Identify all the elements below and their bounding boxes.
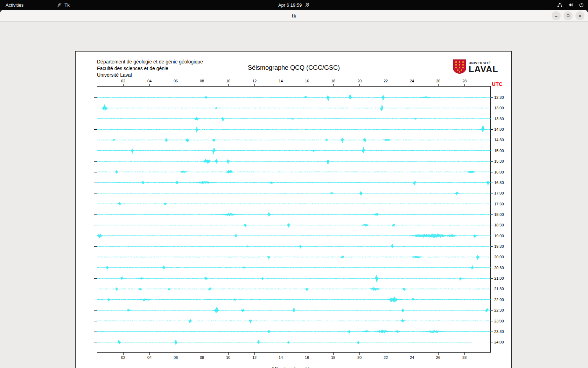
trace-tick-right	[491, 140, 493, 140]
x-tick-top	[333, 84, 334, 86]
x-tick-label-top: 10	[223, 79, 233, 83]
utc-time-label: 22:30	[494, 308, 504, 312]
close-button[interactable]	[575, 11, 584, 20]
utc-time-label: 20:00	[494, 255, 504, 259]
activities-label: Activities	[6, 2, 23, 8]
x-tick-bottom	[386, 353, 386, 355]
x-tick-top	[228, 84, 229, 86]
system-status-area[interactable]	[557, 0, 584, 10]
x-tick-label-bottom: 24	[407, 355, 417, 360]
x-tick-bottom	[412, 353, 412, 355]
trace-tick-right	[491, 214, 493, 215]
trace-tick-right	[491, 119, 493, 119]
x-tick-label-top: 26	[433, 79, 443, 83]
trace-tick-left	[94, 300, 97, 300]
seismogram-traces-canvas	[97, 86, 491, 353]
x-tick-top	[123, 84, 124, 86]
trace-tick-right	[491, 172, 493, 172]
network-tree-icon	[557, 2, 562, 7]
trace-tick-left	[94, 140, 97, 140]
trace-tick-right	[491, 183, 493, 183]
trace-tick-left	[94, 310, 97, 311]
trace-tick-right	[491, 257, 493, 257]
window-title: tk	[0, 10, 588, 22]
trace-tick-left	[94, 332, 97, 332]
utc-time-label: 17:00	[494, 191, 504, 195]
trace-tick-right	[491, 161, 493, 162]
trace-tick-left	[94, 119, 97, 119]
x-tick-label-top: 14	[275, 79, 286, 83]
utc-time-label: 16:00	[494, 170, 504, 174]
utc-time-label: 23:30	[494, 329, 504, 334]
x-tick-top	[438, 84, 439, 86]
utc-label: UTC	[492, 81, 503, 87]
x-tick-label-bottom: 26	[433, 355, 443, 360]
utc-time-label: 21:30	[494, 287, 504, 291]
trace-tick-right	[491, 129, 493, 130]
trace-tick-right	[491, 236, 493, 236]
x-tick-label-bottom: 02	[118, 355, 128, 360]
trace-tick-right	[491, 289, 493, 289]
trace-tick-left	[94, 289, 97, 289]
utc-time-label: 18:00	[494, 212, 504, 217]
trace-tick-left	[94, 214, 97, 215]
window-titlebar[interactable]: tk	[0, 10, 588, 22]
x-tick-label-top: 24	[407, 79, 417, 83]
utc-time-label: 20:30	[494, 266, 504, 270]
x-tick-bottom	[149, 353, 150, 355]
x-tick-label-bottom: 04	[144, 355, 155, 360]
focused-app-menu[interactable]: Tk	[52, 0, 74, 10]
maximize-button[interactable]	[564, 11, 573, 20]
utc-time-label: 12:30	[494, 95, 504, 100]
x-tick-top	[176, 84, 176, 86]
notifications-muted-icon	[305, 2, 310, 7]
x-tick-bottom	[359, 353, 360, 355]
universite-laval-logo: UNIVERSITÉ LAVAL	[453, 59, 498, 75]
x-tick-label-bottom: 08	[197, 355, 207, 360]
activities-button[interactable]: Activities	[0, 0, 29, 10]
x-tick-top	[464, 84, 465, 86]
utc-time-label: 13:00	[494, 106, 504, 110]
trace-tick-right	[491, 300, 493, 300]
utc-time-label: 15:00	[494, 149, 504, 153]
x-tick-label-top: 04	[144, 79, 155, 83]
trace-tick-left	[94, 225, 97, 225]
utc-time-label: 23:00	[494, 319, 504, 323]
x-tick-top	[412, 84, 412, 86]
focused-app-label: Tk	[64, 2, 69, 8]
trace-tick-right	[491, 310, 493, 311]
utc-time-label: 24:00	[494, 340, 504, 344]
trace-tick-left	[94, 193, 97, 193]
trace-tick-right	[491, 193, 493, 193]
x-tick-label-top: 12	[249, 79, 260, 83]
x-tick-label-top: 18	[328, 79, 338, 83]
trace-tick-left	[94, 342, 97, 342]
screen: Activities Tk Apr 6 19:59	[0, 0, 588, 368]
minimize-button[interactable]	[552, 11, 561, 20]
x-tick-bottom	[333, 353, 334, 355]
x-tick-label-top: 28	[459, 79, 470, 83]
trace-tick-right	[491, 151, 493, 151]
trace-tick-left	[94, 183, 97, 183]
utc-time-label: 14:30	[494, 138, 504, 142]
utc-time-label: 19:30	[494, 244, 504, 248]
utc-time-label: 17:30	[494, 202, 504, 206]
trace-tick-right	[491, 321, 493, 321]
trace-tick-right	[491, 97, 493, 98]
x-tick-bottom	[254, 353, 255, 355]
laval-shield-icon	[453, 59, 466, 75]
trace-tick-left	[94, 97, 97, 98]
power-icon	[579, 2, 584, 7]
gnome-top-bar: Activities Tk Apr 6 19:59	[0, 0, 588, 10]
x-tick-label-top: 06	[170, 79, 181, 83]
trace-tick-left	[94, 278, 97, 279]
trace-tick-right	[491, 108, 493, 108]
clock-menu[interactable]: Apr 6 19:59	[278, 0, 310, 10]
utc-time-label: 19:00	[494, 234, 504, 238]
x-tick-label-bottom: 22	[380, 355, 391, 360]
trace-tick-right	[491, 332, 493, 332]
trace-tick-right	[491, 225, 493, 225]
x-tick-bottom	[123, 353, 124, 355]
utc-time-label: 15:30	[494, 159, 504, 163]
x-tick-bottom	[464, 353, 465, 355]
